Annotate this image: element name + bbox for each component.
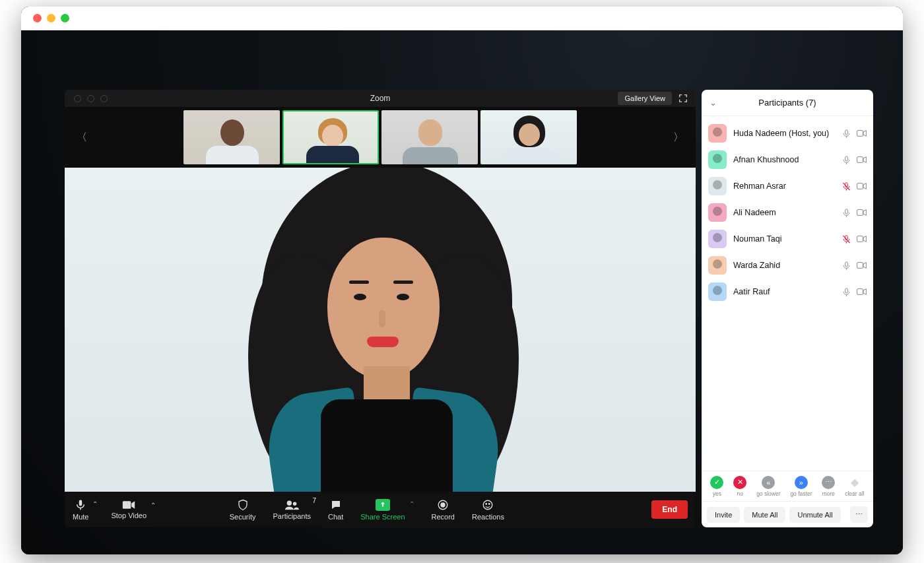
svg-point-9 <box>489 503 490 504</box>
collapse-panel-button[interactable]: ⌄ <box>710 98 717 108</box>
security-button[interactable]: Security <box>230 499 256 521</box>
mute-button[interactable]: Mute <box>73 499 88 521</box>
avatar <box>708 230 727 248</box>
participant-row[interactable]: Huda Nadeem (Host, you) <box>702 120 873 147</box>
reactions-label: Reactions <box>472 513 504 521</box>
mac-window: Zoom Gallery View 〈 <box>21 7 903 554</box>
svg-rect-10 <box>845 129 848 134</box>
reactions-icon <box>482 499 494 511</box>
mic-status-icon <box>842 155 851 165</box>
feedback-go-slower[interactable]: « go slower <box>756 476 780 497</box>
svg-rect-29 <box>857 263 863 269</box>
stop-video-button[interactable]: Stop Video <box>111 500 147 519</box>
more-feedback-icon: ⋯ <box>822 476 835 489</box>
avatar <box>708 150 727 169</box>
share-options-caret[interactable]: ⌃ <box>409 500 414 508</box>
participants-count: 7 <box>312 497 316 504</box>
participants-panel-header: ⌄ Participants (7) <box>702 90 873 116</box>
svg-point-4 <box>293 502 297 506</box>
video-options-caret[interactable]: ⌃ <box>150 502 156 509</box>
zoom-close-button[interactable] <box>74 95 81 102</box>
camera-status-icon <box>857 261 867 271</box>
zoom-minimize-button[interactable] <box>87 95 94 102</box>
mic-status-icon <box>842 287 851 297</box>
gallery-view-button[interactable]: Gallery View <box>618 92 672 105</box>
mic-status-icon <box>842 129 851 139</box>
zoom-maximize-button[interactable] <box>100 95 108 102</box>
svg-rect-30 <box>845 288 848 292</box>
feedback-more[interactable]: ⋯ more <box>822 476 835 497</box>
more-actions-button[interactable]: ⋯ <box>850 506 868 523</box>
zoom-meeting-window: Zoom Gallery View 〈 <box>65 90 696 527</box>
svg-point-3 <box>287 500 292 505</box>
svg-rect-19 <box>857 183 863 189</box>
feedback-yes[interactable]: ✓ yes <box>710 476 723 497</box>
thumbnails-prev-button[interactable]: 〈 <box>71 125 92 150</box>
chat-icon <box>330 499 342 511</box>
camera-status-icon <box>857 234 867 244</box>
chat-button[interactable]: Chat <box>328 499 343 521</box>
svg-rect-20 <box>845 209 848 213</box>
participant-row[interactable]: Rehman Asrar <box>702 173 873 199</box>
feedback-label: yes <box>713 490 721 497</box>
invite-button[interactable]: Invite <box>707 507 740 523</box>
svg-rect-22 <box>857 210 863 216</box>
chat-label: Chat <box>328 513 343 521</box>
svg-rect-2 <box>123 501 131 509</box>
share-icon <box>376 499 390 511</box>
feedback-label: more <box>822 490 835 497</box>
feedback-clear-all[interactable]: ◆ clear all <box>845 476 864 497</box>
thumbnails-next-button[interactable]: 〉 <box>668 125 689 150</box>
unmute-all-button[interactable]: Unmute All <box>789 507 840 523</box>
no-icon: ✕ <box>733 476 746 489</box>
stop-video-label: Stop Video <box>111 512 147 519</box>
camera-status-icon <box>857 155 867 165</box>
mac-minimize-button[interactable] <box>47 14 55 22</box>
fullscreen-icon[interactable] <box>676 91 690 106</box>
participants-panel-actions: Invite Mute All Unmute All ⋯ <box>702 501 873 527</box>
mute-label: Mute <box>73 513 88 521</box>
camera-status-icon <box>857 208 867 218</box>
clear-all-icon: ◆ <box>848 476 861 489</box>
reactions-button[interactable]: Reactions <box>472 499 504 521</box>
participant-row[interactable]: Nouman Taqi <box>702 226 873 252</box>
participant-thumbnail[interactable] <box>480 110 577 164</box>
participant-name: Afnan Khushnood <box>733 155 835 164</box>
svg-rect-15 <box>857 157 863 163</box>
share-screen-label: Share Screen <box>360 513 405 521</box>
svg-rect-32 <box>857 289 863 295</box>
participant-row[interactable]: Afnan Khushnood <box>702 147 873 173</box>
svg-point-7 <box>484 500 493 510</box>
end-meeting-button[interactable]: End <box>651 500 688 519</box>
record-label: Record <box>432 513 455 521</box>
avatar <box>708 124 727 143</box>
mac-close-button[interactable] <box>33 14 42 22</box>
svg-rect-0 <box>79 500 82 506</box>
participant-thumbnail[interactable] <box>381 110 478 164</box>
participant-thumbnail[interactable] <box>282 110 379 164</box>
feedback-no[interactable]: ✕ no <box>733 476 746 497</box>
mac-zoom-button[interactable] <box>61 14 69 22</box>
thumbnail-strip: 〈 <box>65 107 696 168</box>
participant-row[interactable]: Ali Nadeem <box>702 199 873 226</box>
svg-point-8 <box>486 503 487 504</box>
participant-thumbnail[interactable] <box>183 110 280 164</box>
participants-button[interactable]: 7 Participants <box>273 500 311 520</box>
participants-panel-title: Participants (7) <box>758 98 816 108</box>
avatar <box>708 282 727 301</box>
participant-name: Nouman Taqi <box>733 234 835 244</box>
participant-row[interactable]: Warda Zahid <box>702 252 873 279</box>
speaker-illustration <box>235 182 525 492</box>
feedback-go-faster[interactable]: » go faster <box>790 476 812 497</box>
svg-rect-12 <box>857 131 863 137</box>
nonverbal-feedback-row: ✓ yes ✕ no « go slower » go faster ⋯ m <box>702 471 873 501</box>
mute-options-caret[interactable]: ⌃ <box>92 500 98 508</box>
zoom-window-title: Zoom <box>370 94 391 103</box>
record-button[interactable]: Record <box>432 499 455 521</box>
mute-all-button[interactable]: Mute All <box>744 507 785 523</box>
mic-status-icon <box>842 182 851 191</box>
share-screen-button[interactable]: Share Screen <box>360 499 405 521</box>
participant-row[interactable]: Aatir Rauf <box>702 279 873 305</box>
meeting-toolbar: Mute ⌃ Stop Video ⌃ <box>65 492 696 527</box>
desktop-background: Zoom Gallery View 〈 <box>21 30 903 554</box>
